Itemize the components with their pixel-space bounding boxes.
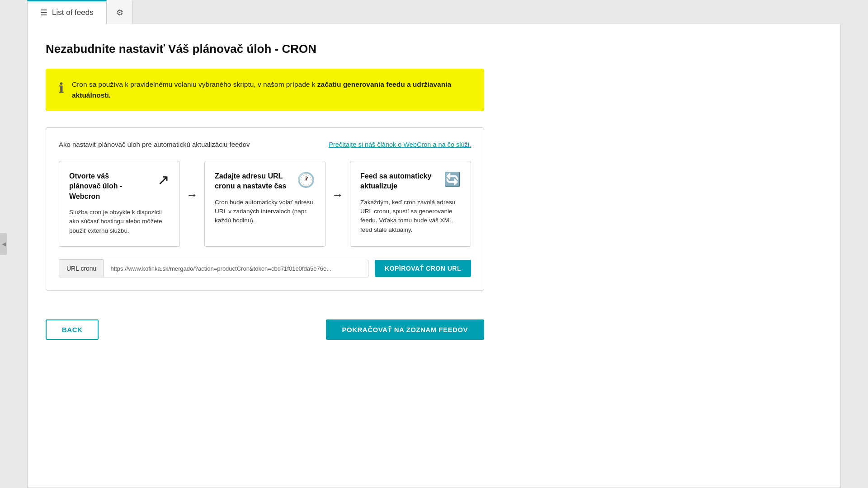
info-text: Cron sa používa k pravidelnému volaniu v… (72, 79, 471, 101)
step-card-3: Feed sa automaticky aktualizuje 🔄 Zakažd… (350, 161, 471, 247)
main-card: Nezabudnite nastaviť Váš plánovač úloh -… (27, 24, 841, 488)
step-3-icon: 🔄 (444, 171, 461, 187)
continue-button[interactable]: POKRAČOVAŤ NA ZOZNAM FEEDOV (326, 319, 485, 340)
info-box: ℹ Cron sa používa k pravidelnému volaniu… (46, 69, 484, 111)
webcron-link[interactable]: Prečítajte si náš článok o WebCron a na … (329, 141, 471, 148)
bottom-actions: BACK POKRAČOVAŤ NA ZOZNAM FEEDOV (46, 304, 502, 355)
steps-header: Ako nastaviť plánovač úloh pre automatic… (59, 141, 471, 148)
step-2-title: Zadajte adresu URL cronu a nastavte čas (215, 171, 287, 192)
step-2-header: Zadajte adresu URL cronu a nastavte čas … (215, 171, 315, 192)
steps-header-text: Ako nastaviť plánovač úloh pre automatic… (59, 141, 250, 148)
gear-icon: ⚙ (116, 8, 123, 18)
step-3-title: Feed sa automaticky aktualizuje (360, 171, 433, 192)
tab-list-of-feeds[interactable]: ☰ List of feeds (27, 0, 107, 24)
step-card-1: Otvorte váš plánovač úloh - Webcron ↗ Sl… (59, 161, 180, 247)
info-text-normal: Cron sa používa k pravidelnému volaniu v… (72, 80, 317, 88)
step-1-header: Otvorte váš plánovač úloh - Webcron ↗ (69, 171, 170, 202)
page-title: Nezabudnite nastaviť Váš plánovač úloh -… (46, 42, 822, 56)
url-label: URL cronu (59, 259, 104, 277)
step-2-icon: 🕐 (297, 171, 315, 188)
step-2-desc: Cron bude automaticky volať adresu URL v… (215, 198, 315, 225)
step-1-title: Otvorte váš plánovač úloh - Webcron (69, 171, 142, 202)
info-icon: ℹ (59, 80, 64, 96)
tab-list-of-feeds-label: List of feeds (52, 8, 94, 17)
steps-container: Ako nastaviť plánovač úloh pre automatic… (46, 127, 484, 291)
copy-cron-url-button[interactable]: KOPÍROVAŤ CRON URL (375, 260, 471, 277)
sidebar-arrow-icon: ◀ (2, 241, 6, 247)
arrow-2: → (326, 188, 350, 202)
page-wrapper: ◀ ☰ List of feeds ⚙ Nezabudnite nastaviť… (0, 0, 868, 488)
list-icon: ☰ (40, 8, 47, 18)
step-3-header: Feed sa automaticky aktualizuje 🔄 (360, 171, 461, 192)
tab-settings[interactable]: ⚙ (107, 0, 133, 24)
tab-bar: ☰ List of feeds ⚙ (0, 0, 868, 24)
url-input[interactable] (104, 260, 368, 277)
arrow-1: → (180, 188, 204, 202)
steps-row: Otvorte váš plánovač úloh - Webcron ↗ Sl… (59, 161, 471, 247)
back-button[interactable]: BACK (46, 319, 99, 340)
url-row: URL cronu KOPÍROVAŤ CRON URL (59, 259, 471, 277)
step-1-desc: Služba cron je obvykle k dispozícii ako … (69, 208, 170, 235)
step-card-2: Zadajte adresu URL cronu a nastavte čas … (204, 161, 326, 247)
step-1-icon: ↗ (157, 171, 170, 188)
step-3-desc: Zakaždým, keď cron zavolá adresu URL cro… (360, 198, 461, 235)
sidebar-toggle[interactable]: ◀ (0, 233, 7, 255)
